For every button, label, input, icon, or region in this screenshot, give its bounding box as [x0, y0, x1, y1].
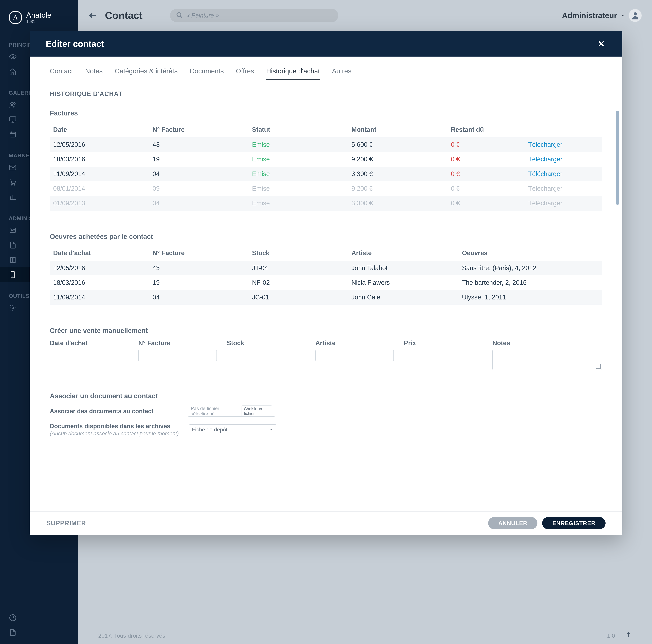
table-row: 18/03/201619NF-02Nicia FlawersThe barten… — [50, 275, 602, 290]
assoc-row1-label: Associer des documents au contact — [50, 408, 178, 415]
file-placeholder: Pas de fichier sélectionné. — [191, 406, 238, 417]
assoc-row2-label: Documents disponibles dans les archives — [50, 423, 178, 430]
cell-wdate: 11/09/2014 — [50, 290, 149, 305]
separator — [50, 221, 602, 221]
save-button[interactable]: ENREGISTRER — [542, 517, 605, 529]
tab-autres[interactable]: Autres — [332, 65, 351, 80]
cell-num: 09 — [149, 181, 249, 196]
col-status: Statut — [249, 122, 348, 137]
cell-status: Emise — [249, 196, 348, 211]
cancel-button[interactable]: ANNULER — [488, 517, 538, 529]
scrollbar[interactable] — [616, 110, 619, 205]
modal-footer: SUPPRIMER ANNULER ENREGISTRER — [30, 511, 622, 535]
label-ms-stock: Stock — [227, 339, 305, 347]
delete-button[interactable]: SUPPRIMER — [47, 520, 86, 527]
archive-select[interactable]: Fiche de dépôt — [189, 424, 276, 435]
table-row: 11/09/201404JC-01John CaleUlysse, 1, 201… — [50, 290, 602, 305]
cell-date: 08/01/2014 — [50, 181, 149, 196]
input-ms-artist[interactable] — [316, 350, 394, 361]
cell-wwork: Ulysse, 1, 2011 — [459, 290, 602, 305]
cell-date: 11/09/2014 — [50, 166, 149, 181]
separator — [50, 380, 602, 380]
table-row: 18/03/201619Emise9 200 €0 €Télécharger — [50, 152, 602, 166]
modal-close-button[interactable] — [596, 39, 606, 49]
cell-wartist: Nicia Flawers — [348, 275, 459, 290]
separator — [50, 315, 602, 315]
cell-amount: 3 300 € — [348, 166, 447, 181]
cell-num: 43 — [149, 137, 249, 152]
cell-amount: 9 200 € — [348, 181, 447, 196]
table-row: 11/09/201404Emise3 300 €0 €Télécharger — [50, 166, 602, 181]
cell-wdate: 18/03/2016 — [50, 275, 149, 290]
label-ms-price: Prix — [404, 339, 482, 347]
cell-amount: 3 300 € — [348, 196, 447, 211]
cell-date: 18/03/2016 — [50, 152, 149, 166]
download-link[interactable]: Télécharger — [525, 166, 602, 181]
cell-due: 0 € — [447, 137, 525, 152]
cell-wdate: 12/05/2016 — [50, 261, 149, 275]
tab-notes[interactable]: Notes — [85, 65, 103, 80]
cell-wwork: Sans titre, (Paris), 4, 2012 — [459, 261, 602, 275]
assoc-row2-note: (Aucun document associé au contact pour … — [50, 430, 179, 437]
edit-contact-modal: Editer contact Contact Notes Catégories … — [30, 31, 622, 535]
cell-wstock: JC-01 — [249, 290, 348, 305]
table-row: 08/01/201409Emise9 200 €0 €Télécharger — [50, 181, 602, 196]
col-wnum: N° Facture — [149, 246, 249, 261]
associate-title: Associer un document au contact — [50, 392, 602, 400]
cell-due: 0 € — [447, 181, 525, 196]
download-link[interactable]: Télécharger — [525, 152, 602, 166]
download-link[interactable]: Télécharger — [525, 137, 602, 152]
cell-num: 19 — [149, 152, 249, 166]
file-choose-button[interactable]: Choisir un fichier — [242, 406, 272, 417]
cell-num: 04 — [149, 166, 249, 181]
tab-contact[interactable]: Contact — [50, 65, 73, 80]
label-ms-date: Date d'achat — [50, 339, 128, 347]
tab-offres[interactable]: Offres — [236, 65, 254, 80]
works-title: Oeuvres achetées par le contact — [50, 233, 602, 240]
invoices-table: Date N° Facture Statut Montant Restant d… — [50, 122, 602, 211]
col-wwork: Oeuvres — [459, 246, 602, 261]
input-ms-price[interactable] — [404, 350, 482, 361]
cell-amount: 5 600 € — [348, 137, 447, 152]
cell-wnum: 43 — [149, 261, 249, 275]
cell-wstock: NF-02 — [249, 275, 348, 290]
input-ms-stock[interactable] — [227, 350, 305, 361]
table-row: 12/05/201643Emise5 600 €0 €Télécharger — [50, 137, 602, 152]
modal-header: Editer contact — [30, 31, 622, 56]
table-row: 01/09/201304Emise3 300 €0 €Télécharger — [50, 196, 602, 211]
cell-wwork: The bartender, 2, 2016 — [459, 275, 602, 290]
chevron-down-icon — [269, 428, 273, 432]
invoices-title: Factures — [50, 109, 602, 117]
works-table: Date d'achat N° Facture Stock Artiste Oe… — [50, 246, 602, 305]
col-due: Restant dû — [447, 122, 525, 137]
col-wartist: Artiste — [348, 246, 459, 261]
cell-date: 12/05/2016 — [50, 137, 149, 152]
col-num: N° Facture — [149, 122, 249, 137]
cell-status: Emise — [249, 181, 348, 196]
tab-documents[interactable]: Documents — [190, 65, 224, 80]
cell-wstock: JT-04 — [249, 261, 348, 275]
col-amount: Montant — [348, 122, 447, 137]
input-ms-date[interactable] — [50, 350, 128, 361]
modal-overlay: Editer contact Contact Notes Catégories … — [0, 0, 652, 644]
input-ms-notes[interactable] — [492, 350, 602, 370]
cell-due: 0 € — [447, 152, 525, 166]
download-link: Télécharger — [525, 196, 602, 211]
modal-tabs: Contact Notes Catégories & intérêts Docu… — [30, 56, 622, 80]
tab-categories[interactable]: Catégories & intérêts — [115, 65, 178, 80]
cell-status: Emise — [249, 166, 348, 181]
history-heading: HISTORIQUE D'ACHAT — [50, 91, 602, 98]
manual-sale-title: Créer une vente manuellement — [50, 327, 602, 334]
cell-wnum: 19 — [149, 275, 249, 290]
cell-status: Emise — [249, 137, 348, 152]
download-link: Télécharger — [525, 181, 602, 196]
label-ms-num: N° Facture — [138, 339, 217, 347]
select-value: Fiche de dépôt — [192, 427, 227, 433]
tab-historique[interactable]: Historique d'achat — [266, 65, 320, 80]
cell-date: 01/09/2013 — [50, 196, 149, 211]
label-ms-artist: Artiste — [316, 339, 394, 347]
manual-sale-form: Date d'achat N° Facture Stock Artis — [50, 339, 602, 370]
cell-wartist: John Cale — [348, 290, 459, 305]
file-picker[interactable]: Pas de fichier sélectionné. Choisir un f… — [188, 406, 275, 417]
input-ms-num[interactable] — [138, 350, 217, 361]
